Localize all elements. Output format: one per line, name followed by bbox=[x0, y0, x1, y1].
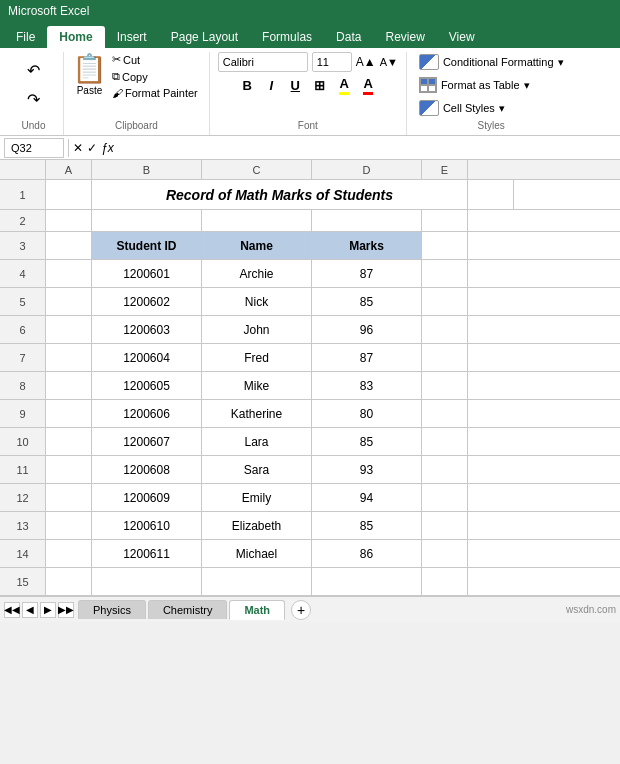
decrease-font-button[interactable]: A▼ bbox=[380, 56, 398, 68]
cell-c10[interactable]: Lara bbox=[202, 428, 312, 455]
cell-e14[interactable] bbox=[422, 540, 468, 567]
cell-d15[interactable] bbox=[312, 568, 422, 595]
cell-a8[interactable] bbox=[46, 372, 92, 399]
cut-button[interactable]: ✂ Cut bbox=[109, 52, 201, 67]
cell-d2[interactable] bbox=[312, 210, 422, 231]
cell-b11[interactable]: 1200608 bbox=[92, 456, 202, 483]
cell-c14[interactable]: Michael bbox=[202, 540, 312, 567]
cell-d8[interactable]: 83 bbox=[312, 372, 422, 399]
cell-e3[interactable] bbox=[422, 232, 468, 259]
cell-a10[interactable] bbox=[46, 428, 92, 455]
conditional-formatting-button[interactable]: Conditional Formatting ▾ bbox=[415, 52, 568, 72]
cell-b7[interactable]: 1200604 bbox=[92, 344, 202, 371]
increase-font-button[interactable]: A▲ bbox=[356, 55, 376, 69]
redo-button[interactable]: ↷ bbox=[21, 87, 46, 112]
cell-c6[interactable]: John bbox=[202, 316, 312, 343]
scroll-first-button[interactable]: ◀◀ bbox=[4, 602, 20, 618]
cell-a3[interactable] bbox=[46, 232, 92, 259]
cell-e1[interactable] bbox=[468, 180, 514, 209]
cell-c9[interactable]: Katherine bbox=[202, 400, 312, 427]
cell-d5[interactable]: 85 bbox=[312, 288, 422, 315]
cell-c8[interactable]: Mike bbox=[202, 372, 312, 399]
cell-b9[interactable]: 1200606 bbox=[92, 400, 202, 427]
cell-e8[interactable] bbox=[422, 372, 468, 399]
cell-e15[interactable] bbox=[422, 568, 468, 595]
cell-styles-button[interactable]: Cell Styles ▾ bbox=[415, 98, 568, 118]
cell-d3[interactable]: Marks bbox=[312, 232, 422, 259]
fill-color-button[interactable]: A bbox=[334, 74, 354, 97]
undo-button[interactable]: ↶ bbox=[21, 58, 46, 83]
cell-b5[interactable]: 1200602 bbox=[92, 288, 202, 315]
cell-c15[interactable] bbox=[202, 568, 312, 595]
scroll-next-button[interactable]: ▶ bbox=[40, 602, 56, 618]
tab-page-layout[interactable]: Page Layout bbox=[159, 26, 250, 48]
cell-a2[interactable] bbox=[46, 210, 92, 231]
cell-d7[interactable]: 87 bbox=[312, 344, 422, 371]
cell-b8[interactable]: 1200605 bbox=[92, 372, 202, 399]
tab-review[interactable]: Review bbox=[373, 26, 436, 48]
cell-d10[interactable]: 85 bbox=[312, 428, 422, 455]
cell-e2[interactable] bbox=[422, 210, 468, 231]
cell-e10[interactable] bbox=[422, 428, 468, 455]
sheet-tab-math[interactable]: Math bbox=[229, 600, 285, 620]
cell-c2[interactable] bbox=[202, 210, 312, 231]
format-as-table-button[interactable]: Format as Table ▾ bbox=[415, 75, 568, 95]
scroll-prev-button[interactable]: ◀ bbox=[22, 602, 38, 618]
paste-button[interactable]: 📋 Paste bbox=[72, 52, 107, 96]
tab-data[interactable]: Data bbox=[324, 26, 373, 48]
format-painter-button[interactable]: 🖌 Format Painter bbox=[109, 86, 201, 100]
cell-e7[interactable] bbox=[422, 344, 468, 371]
underline-button[interactable]: U bbox=[285, 76, 305, 95]
cell-a9[interactable] bbox=[46, 400, 92, 427]
cell-e6[interactable] bbox=[422, 316, 468, 343]
cell-e9[interactable] bbox=[422, 400, 468, 427]
cell-e12[interactable] bbox=[422, 484, 468, 511]
font-name-input[interactable] bbox=[218, 52, 308, 72]
cell-a7[interactable] bbox=[46, 344, 92, 371]
cell-c5[interactable]: Nick bbox=[202, 288, 312, 315]
cell-d11[interactable]: 93 bbox=[312, 456, 422, 483]
cell-d9[interactable]: 80 bbox=[312, 400, 422, 427]
cell-b1[interactable]: Record of Math Marks of Students bbox=[92, 180, 468, 209]
sheet-tab-chemistry[interactable]: Chemistry bbox=[148, 600, 228, 619]
cell-c13[interactable]: Elizabeth bbox=[202, 512, 312, 539]
cell-a14[interactable] bbox=[46, 540, 92, 567]
cell-c12[interactable]: Emily bbox=[202, 484, 312, 511]
cell-reference-input[interactable] bbox=[4, 138, 64, 158]
cell-e5[interactable] bbox=[422, 288, 468, 315]
font-color-button[interactable]: A bbox=[358, 74, 378, 97]
scroll-last-button[interactable]: ▶▶ bbox=[58, 602, 74, 618]
cell-d4[interactable]: 87 bbox=[312, 260, 422, 287]
add-sheet-button[interactable]: + bbox=[291, 600, 311, 620]
cell-d6[interactable]: 96 bbox=[312, 316, 422, 343]
cell-c7[interactable]: Fred bbox=[202, 344, 312, 371]
cell-c11[interactable]: Sara bbox=[202, 456, 312, 483]
copy-button[interactable]: ⧉ Copy bbox=[109, 69, 201, 84]
cell-a12[interactable] bbox=[46, 484, 92, 511]
cell-e13[interactable] bbox=[422, 512, 468, 539]
cell-b12[interactable]: 1200609 bbox=[92, 484, 202, 511]
tab-formulas[interactable]: Formulas bbox=[250, 26, 324, 48]
cell-e11[interactable] bbox=[422, 456, 468, 483]
font-size-input[interactable] bbox=[312, 52, 352, 72]
cell-b6[interactable]: 1200603 bbox=[92, 316, 202, 343]
cell-a5[interactable] bbox=[46, 288, 92, 315]
cell-d13[interactable]: 85 bbox=[312, 512, 422, 539]
formula-input[interactable] bbox=[118, 139, 616, 157]
cell-c4[interactable]: Archie bbox=[202, 260, 312, 287]
cell-a4[interactable] bbox=[46, 260, 92, 287]
insert-function-icon[interactable]: ƒx bbox=[101, 141, 114, 155]
cell-b15[interactable] bbox=[92, 568, 202, 595]
italic-button[interactable]: I bbox=[261, 76, 281, 95]
cell-a11[interactable] bbox=[46, 456, 92, 483]
cell-a1[interactable] bbox=[46, 180, 92, 209]
cell-c3[interactable]: Name bbox=[202, 232, 312, 259]
tab-file[interactable]: File bbox=[4, 26, 47, 48]
cell-b13[interactable]: 1200610 bbox=[92, 512, 202, 539]
cell-b2[interactable] bbox=[92, 210, 202, 231]
cell-b3[interactable]: Student ID bbox=[92, 232, 202, 259]
cancel-formula-icon[interactable]: ✕ bbox=[73, 141, 83, 155]
tab-home[interactable]: Home bbox=[47, 26, 104, 48]
tab-view[interactable]: View bbox=[437, 26, 487, 48]
tab-insert[interactable]: Insert bbox=[105, 26, 159, 48]
